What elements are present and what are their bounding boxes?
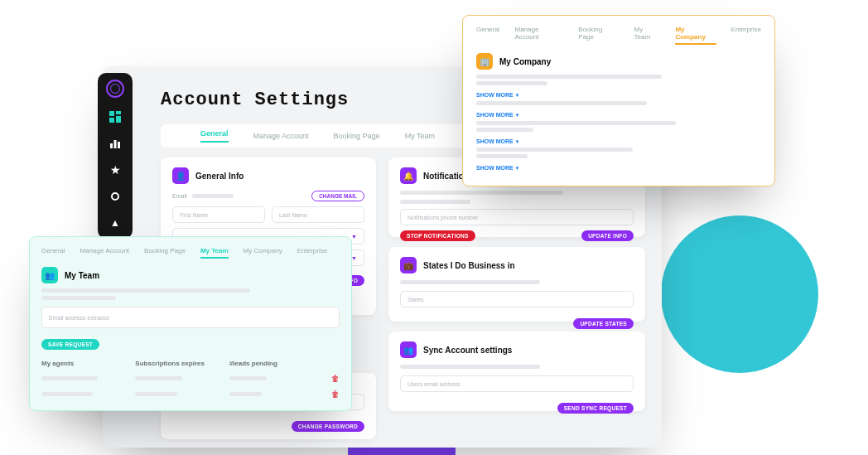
- team-tab-manage[interactable]: Manage Account: [80, 247, 129, 259]
- table-row: 🗑: [41, 374, 340, 383]
- co-sk: [476, 75, 662, 79]
- team-card-icon: 👥: [41, 267, 58, 283]
- co-sk: [476, 81, 547, 85]
- email-value: [192, 194, 234, 198]
- team-table-header: My agents Subscriptions expires #leads p…: [41, 360, 340, 367]
- co-tab-enterprise[interactable]: Enterprise: [731, 26, 761, 45]
- svg-rect-2: [109, 118, 114, 123]
- send-sync-button[interactable]: SEND SYNC REQUEST: [557, 403, 634, 414]
- last-name-input[interactable]: Last Name: [272, 206, 364, 223]
- nav-circle-icon[interactable]: [108, 189, 123, 204]
- co-sk: [476, 148, 633, 152]
- co-tab-booking[interactable]: Booking Page: [578, 26, 619, 45]
- update-states-button[interactable]: UPDATE STATES: [573, 318, 634, 329]
- user-icon: 👤: [172, 167, 189, 184]
- table-row: 🗑: [41, 390, 340, 399]
- team-icon: 👥: [400, 341, 417, 358]
- email-extractor-input[interactable]: Email address extractor: [41, 307, 340, 328]
- my-team-panel: General Manage Account Booking Page My T…: [29, 236, 352, 411]
- col-leads: #leads pending: [229, 360, 323, 367]
- show-more-2[interactable]: SHOW MORE: [476, 112, 761, 118]
- tab-my-team[interactable]: My Team: [405, 132, 435, 140]
- nav-star-icon[interactable]: ★: [108, 162, 123, 177]
- svg-rect-1: [116, 111, 121, 114]
- show-more-4[interactable]: SHOW MORE: [476, 165, 761, 171]
- company-card-title: My Company: [499, 57, 551, 66]
- sync-card: 👥Sync Account settings Users email addre…: [388, 332, 645, 411]
- svg-rect-0: [109, 111, 114, 116]
- my-company-panel: General Manage Account Booking Page My T…: [462, 15, 775, 186]
- page-title: Account Settings: [161, 90, 349, 110]
- show-more-3[interactable]: SHOW MORE: [476, 138, 761, 144]
- col-agents: My agents: [41, 360, 135, 367]
- co-tab-company[interactable]: My Company: [675, 26, 716, 45]
- nav-stats-icon[interactable]: [108, 136, 123, 151]
- team-tab-bar: General Manage Account Booking Page My T…: [41, 247, 340, 259]
- bell-icon: 🔔: [400, 167, 417, 184]
- sync-email-input[interactable]: Users email address: [400, 375, 634, 392]
- co-tab-team[interactable]: My Team: [634, 26, 661, 45]
- update-notif-button[interactable]: UPDATE INFO: [581, 230, 634, 241]
- co-sk: [476, 128, 533, 132]
- decor-circle-teal: [661, 215, 818, 373]
- states-skeleton: [400, 280, 540, 284]
- email-label: Email: [172, 193, 187, 199]
- sync-title: Sync Account settings: [423, 346, 512, 355]
- delete-row-icon[interactable]: 🗑: [323, 374, 340, 383]
- nav-dashboard-icon[interactable]: [108, 109, 123, 124]
- co-sk: [476, 101, 647, 105]
- logo-icon[interactable]: [106, 80, 124, 98]
- team-card-title: My Team: [65, 271, 99, 280]
- general-info-title: General Info: [195, 172, 244, 181]
- tab-booking-page[interactable]: Booking Page: [334, 132, 380, 140]
- col-subs: Subscriptions expires: [135, 360, 229, 367]
- nav-triangle-icon[interactable]: ▲: [108, 215, 123, 230]
- team-tab-myteam[interactable]: My Team: [200, 247, 229, 259]
- notif-phone-input[interactable]: Notifications phone number: [400, 209, 634, 225]
- co-tab-manage[interactable]: Manage Account: [514, 26, 563, 45]
- svg-rect-4: [110, 143, 113, 148]
- team-tab-booking[interactable]: Booking Page: [144, 247, 186, 259]
- notif-skeleton-1: [400, 191, 563, 195]
- tab-manage-account[interactable]: Manage Account: [253, 132, 309, 140]
- briefcase-icon: 💼: [400, 257, 417, 273]
- notif-skeleton-2: [400, 200, 470, 204]
- team-skeleton-2: [41, 296, 116, 300]
- sync-skeleton: [400, 365, 540, 369]
- svg-rect-3: [116, 116, 121, 123]
- co-sk: [476, 154, 528, 158]
- co-sk: [476, 121, 676, 125]
- save-request-button[interactable]: SAVE REQUEST: [41, 339, 99, 350]
- stop-notifications-button[interactable]: STOP NOTIFICATIONS: [400, 230, 475, 241]
- delete-row-icon[interactable]: 🗑: [323, 390, 340, 399]
- change-mail-button[interactable]: CHANGE MAIL: [311, 191, 364, 201]
- svg-rect-6: [118, 142, 120, 148]
- first-name-input[interactable]: First Name: [172, 206, 265, 223]
- team-tab-company[interactable]: My Company: [244, 247, 282, 259]
- states-card: 💼States I Do Business in States UPDATE S…: [388, 247, 645, 322]
- svg-point-7: [112, 193, 118, 200]
- company-card-icon: 🏢: [476, 53, 493, 70]
- co-tab-general[interactable]: General: [476, 26, 499, 45]
- svg-rect-5: [114, 140, 117, 148]
- states-title: States I Do Business in: [423, 261, 515, 270]
- change-password-button[interactable]: CHANGE PASSWORD: [292, 421, 364, 432]
- team-skeleton-1: [41, 288, 250, 293]
- show-more-1[interactable]: SHOW MORE: [476, 92, 761, 98]
- team-tab-enterprise[interactable]: Enterprise: [297, 247, 327, 259]
- team-tab-general[interactable]: General: [41, 247, 65, 259]
- tab-general[interactable]: General: [200, 129, 229, 143]
- states-input[interactable]: States: [400, 291, 634, 307]
- company-tab-bar: General Manage Account Booking Page My T…: [476, 26, 761, 45]
- sidebar: ★ ▲: [98, 73, 133, 239]
